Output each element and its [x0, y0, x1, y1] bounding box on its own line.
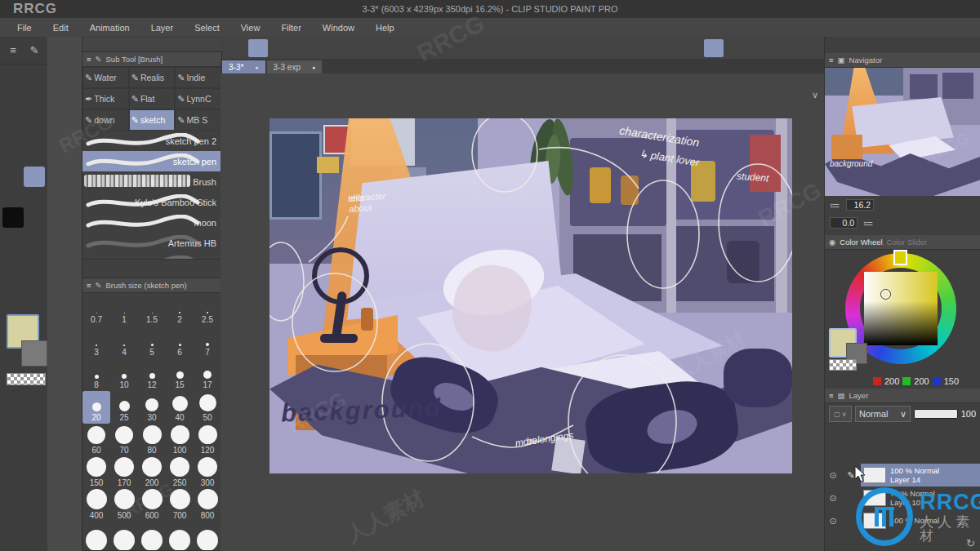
tabbar-chevron-icon[interactable]: ∨: [812, 90, 818, 100]
subtool-item[interactable]: ✎LynnC: [175, 88, 221, 109]
layer-visibility-eye-icon[interactable]: ⊙: [825, 464, 841, 487]
brush-size-cell[interactable]: [110, 522, 138, 551]
brush-size-cell[interactable]: 80: [138, 424, 166, 456]
brush-size-cell[interactable]: 120: [194, 424, 221, 456]
layer-menu-icon[interactable]: ≡: [829, 391, 834, 400]
rotation-value[interactable]: 0.0: [830, 217, 858, 229]
colorwheel-transparent-swatch[interactable]: [829, 359, 857, 371]
brush-size-cell[interactable]: 0.7: [82, 293, 110, 326]
snap-toolbar-icon[interactable]: [704, 39, 724, 57]
tool-icon[interactable]: [2, 105, 24, 126]
panel-tab-icon[interactable]: [52, 81, 77, 105]
hue-selector[interactable]: [893, 250, 907, 265]
toolbar-button-icon[interactable]: [431, 39, 451, 57]
panel-tab-icon[interactable]: [52, 224, 77, 249]
transparent-color-swatch[interactable]: [7, 373, 46, 385]
color-wheel[interactable]: [825, 250, 980, 374]
canvas-artwork[interactable]: tells about character characterization ↳…: [270, 118, 792, 473]
toolbar-button-icon[interactable]: [225, 39, 245, 57]
toolbar-button-icon[interactable]: [294, 39, 314, 57]
layer-row[interactable]: ⊙ ✎ 100 % Normal Layer 14: [825, 464, 980, 487]
brush-list-item[interactable]: Artemus Hard: [82, 253, 221, 259]
brush-size-cell[interactable]: 1.5: [138, 293, 166, 326]
brush-size-cell[interactable]: 5: [138, 326, 166, 358]
panel-tab-icon[interactable]: [52, 117, 77, 141]
brush-size-cell[interactable]: 700: [166, 489, 194, 522]
brush-size-cell[interactable]: 1: [110, 293, 138, 326]
subtool-item[interactable]: ✎Realis: [129, 67, 176, 88]
document-tab[interactable]: 3-3 exp●: [267, 60, 323, 73]
subtool-item[interactable]: ✎Indie: [175, 67, 221, 88]
menu-item[interactable]: File: [7, 23, 42, 33]
toolbar-button-icon[interactable]: [363, 39, 382, 57]
brush-size-cell[interactable]: 200: [138, 456, 166, 489]
brush-size-cell[interactable]: 250: [166, 456, 194, 489]
tool-icon[interactable]: [2, 167, 24, 187]
tool-icon[interactable]: [24, 126, 45, 146]
tool-icon[interactable]: [24, 85, 45, 105]
colorwheel-tab-active[interactable]: Color Wheel: [840, 238, 882, 247]
tool-icon[interactable]: [24, 187, 45, 207]
tab-close-icon[interactable]: ●: [255, 64, 258, 70]
toolbar-button-icon[interactable]: [248, 39, 268, 57]
menu-item[interactable]: View: [230, 23, 271, 33]
snap-toolbar-icon[interactable]: [612, 39, 632, 57]
background-color-swatch[interactable]: [21, 340, 47, 367]
brush-size-cell[interactable]: 300: [194, 456, 221, 489]
sv-square[interactable]: [864, 272, 938, 345]
tool-icon[interactable]: [24, 269, 45, 289]
menu-item[interactable]: Edit: [42, 23, 79, 33]
tool-icon[interactable]: [2, 228, 24, 248]
document-tab[interactable]: 3-3*●: [222, 60, 265, 73]
tool-icon[interactable]: [2, 289, 24, 309]
brush-size-cell[interactable]: 7: [194, 326, 221, 358]
brush-size-cell[interactable]: 70: [110, 424, 138, 456]
brush-size-cell[interactable]: 4: [110, 326, 138, 358]
menu-item[interactable]: Animation: [79, 23, 140, 33]
subtool-item[interactable]: ✎MB S: [175, 109, 221, 131]
zoom-slider-icon[interactable]: ≔: [830, 199, 840, 211]
brush-size-cell[interactable]: 50: [194, 391, 221, 424]
brush-size-cell[interactable]: [194, 522, 221, 551]
brushsize-menu-icon[interactable]: ≡: [87, 281, 91, 290]
brush-size-cell[interactable]: [138, 522, 166, 551]
subtool-item[interactable]: ✎sketch: [129, 109, 176, 131]
tool-icon[interactable]: [2, 64, 24, 85]
brush-size-cell[interactable]: 500: [110, 489, 138, 522]
snap-toolbar-icon[interactable]: [635, 39, 655, 57]
subtool-item[interactable]: ✎Water: [82, 67, 129, 88]
brush-list-item[interactable]: Kyle's Bamboo Stick: [82, 192, 221, 212]
tool-icon[interactable]: [2, 248, 24, 269]
brush-size-cell[interactable]: 400: [82, 489, 110, 522]
tool-icon[interactable]: [2, 85, 24, 105]
tool-icon[interactable]: [24, 167, 45, 187]
brush-size-cell[interactable]: 30: [138, 391, 166, 424]
brush-size-cell[interactable]: 2: [166, 293, 194, 326]
snap-toolbar-icon[interactable]: [750, 39, 769, 57]
tool-icon[interactable]: [24, 207, 45, 228]
subtool-item[interactable]: ✎Flat: [129, 88, 176, 109]
panel-tab-icon[interactable]: [52, 189, 77, 213]
brush-size-cell[interactable]: 10: [110, 358, 138, 391]
toolbar-button-icon[interactable]: [317, 39, 336, 57]
brush-size-cell[interactable]: 8: [82, 358, 110, 391]
subtool-item[interactable]: ✒Thick: [82, 88, 129, 109]
tool-icon[interactable]: [2, 126, 24, 146]
blend-target-dropdown[interactable]: ▢ ∨: [829, 406, 852, 422]
brush-list-item[interactable]: sketch pen: [82, 151, 221, 171]
snap-toolbar-icon[interactable]: [681, 39, 701, 57]
toolbar-button-icon[interactable]: [477, 39, 497, 57]
tool-icon[interactable]: [2, 207, 24, 228]
menu-item[interactable]: Help: [365, 23, 405, 33]
brush-size-cell[interactable]: 170: [110, 456, 138, 489]
menu-item[interactable]: Layer: [140, 23, 185, 33]
toolbar-button-icon[interactable]: [271, 39, 291, 57]
brush-size-cell[interactable]: [166, 522, 194, 551]
sv-selector[interactable]: [880, 289, 891, 300]
toolbar-button-icon[interactable]: [523, 39, 542, 57]
brush-size-cell[interactable]: 15: [166, 358, 194, 391]
layer-row-body[interactable]: 100 % Normal Layer 14: [861, 464, 980, 487]
brush-list-item[interactable]: Kyle's Butter Brush: [82, 171, 221, 192]
toolbar-button-icon[interactable]: [454, 39, 474, 57]
tool-icon[interactable]: [24, 248, 45, 269]
